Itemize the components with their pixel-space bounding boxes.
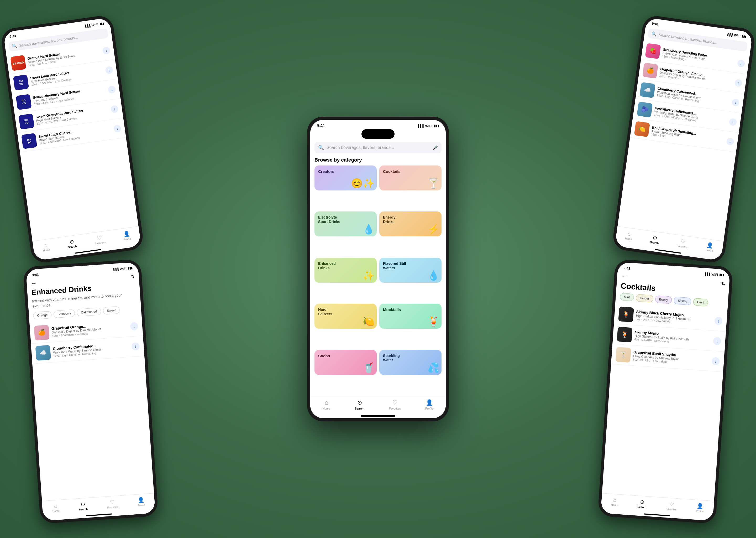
download-btn-rb-3[interactable]: ↓ — [711, 357, 720, 365]
nav-search-lb[interactable]: ⊙ Search — [78, 501, 88, 511]
download-btn-rt-4[interactable]: ↓ — [729, 118, 737, 126]
info-rb-2: Skinny Mojito High Stakes Cocktails by P… — [634, 330, 711, 346]
cat-mocktails-icon: 🍹 — [428, 316, 440, 327]
nav-home-lt[interactable]: ⌂ Home — [42, 242, 50, 252]
nav-profile-icon-c: 👤 — [426, 399, 433, 406]
cat-hard-icon: 🍋 — [363, 316, 375, 327]
cat-electrolyte[interactable]: ElectrolyteSport Drinks 💧 — [314, 211, 377, 237]
chip-skinny[interactable]: Skinny — [674, 296, 691, 305]
phone-center: 9:41 ▐▐▐ WiFi ▮▮▮ 🔍 Search beverages, fl… — [307, 117, 449, 421]
search-area-c: 🔍 Search beverages, flavors, brands... 🎤 — [310, 140, 446, 156]
nav-home-c[interactable]: ⌂ Home — [323, 399, 330, 410]
nav-profile-icon-lt: 👤 — [123, 230, 130, 238]
browse-title-c: Browse by category — [310, 156, 446, 166]
thumb-rt-3: ☁️ — [639, 82, 655, 98]
cat-energy[interactable]: EnergyDrinks ⚡ — [379, 211, 442, 237]
download-btn-lb-2[interactable]: ↓ — [131, 342, 140, 351]
cat-hard[interactable]: HardSeltzers 🍋 — [314, 304, 377, 329]
download-btn-rb-2[interactable]: ↓ — [713, 337, 721, 345]
nav-profile-rt[interactable]: 👤 Profile — [705, 242, 714, 252]
nav-profile-lb[interactable]: 👤 Profile — [137, 497, 145, 507]
back-btn-lb[interactable]: ← — [31, 280, 37, 287]
sort-btn-lb[interactable]: ⇅ — [130, 273, 135, 280]
cat-sodas-icon: 🥤 — [363, 362, 375, 373]
thumb-rb-3: 🍸 — [615, 347, 631, 363]
search-bar-c[interactable]: 🔍 Search beverages, flavors, brands... 🎤 — [314, 142, 442, 153]
nav-profile-label-rb: Profile — [696, 510, 703, 513]
chip-mint[interactable]: Mint — [620, 293, 634, 301]
nav-home-rb[interactable]: ⌂ Home — [611, 497, 618, 507]
nav-search-lt[interactable]: ⊙ Search — [67, 238, 77, 249]
nav-profile-c[interactable]: 👤 Profile — [425, 399, 433, 410]
search-icon-rt: 🔍 — [651, 31, 657, 37]
chip-boozy[interactable]: Boozy — [655, 295, 672, 304]
nav-search-rt[interactable]: ⊙ Search — [650, 234, 660, 244]
nav-fav-rb[interactable]: ♡ Favorites — [666, 501, 677, 511]
download-btn-lt-5[interactable]: ↓ — [113, 125, 121, 133]
sort-btn-rb[interactable]: ⇅ — [721, 281, 725, 287]
time-rb: 9:41 — [624, 266, 631, 271]
nav-fav-rt[interactable]: ♡ Favorites — [677, 238, 689, 249]
cat-mocktails[interactable]: Mocktails 🍹 — [379, 304, 442, 329]
mic-icon-c: 🎤 — [433, 145, 438, 150]
download-btn-rt-2[interactable]: ↓ — [734, 79, 743, 87]
nav-fav-lb[interactable]: ♡ Favorites — [107, 499, 118, 509]
search-placeholder-c: Search beverages, flavors, brands... — [327, 145, 430, 150]
signal-lb: ▐▐▐ — [112, 267, 118, 271]
download-btn-lt-2[interactable]: ↓ — [105, 66, 114, 74]
cat-flavored-icon: 💧 — [428, 270, 440, 281]
cat-cocktails[interactable]: Cocktails 🍸 — [379, 166, 442, 190]
nav-search-rb[interactable]: ⊙ Search — [638, 499, 647, 509]
nav-search-label-c: Search — [354, 407, 364, 410]
nav-search-icon-lt: ⊙ — [69, 238, 74, 245]
nav-profile-rb[interactable]: 👤 Profile — [696, 503, 704, 513]
nav-home-rt[interactable]: ⌂ Home — [625, 230, 633, 241]
download-btn-lt-4[interactable]: ↓ — [111, 105, 119, 114]
chip-caffeinated[interactable]: Caffeinated — [77, 308, 101, 317]
cat-enhanced-icon: ✨ — [363, 270, 375, 281]
battery-rt: ▮▮▮ — [741, 34, 747, 38]
cat-cocktails-label: Cocktails — [383, 169, 438, 174]
chip-sweet[interactable]: Sweet — [103, 306, 120, 315]
download-btn-lt-3[interactable]: ↓ — [108, 85, 116, 94]
nav-home-lb[interactable]: ⌂ Home — [52, 503, 60, 512]
cat-mocktails-label: Mocktails — [383, 307, 438, 312]
cat-energy-label: EnergyDrinks — [383, 215, 438, 224]
cat-flavored[interactable]: Flavored StillWaters 💧 — [379, 258, 442, 283]
nav-profile-lt[interactable]: 👤 Profile — [122, 230, 131, 241]
center-screen: 9:41 ▐▐▐ WiFi ▮▮▮ 🔍 Search beverages, fl… — [310, 120, 446, 418]
product-list-rb: 🍹 Skinny Black Cherry Mojito High Stakes… — [602, 304, 727, 501]
cat-sodas-label: Sodas — [318, 353, 373, 358]
nav-search-c[interactable]: ⊙ Search — [354, 399, 364, 410]
chip-ginger[interactable]: Ginger — [636, 294, 653, 303]
nav-profile-label-rt: Profile — [705, 248, 713, 252]
signal-rt: ▐▐▐ — [726, 32, 733, 36]
cat-sparkling[interactable]: SparklingWater 💦 — [379, 350, 442, 375]
status-icons-c: ▐▐▐ WiFi ▮▮▮ — [417, 124, 440, 128]
download-btn-rb-1[interactable]: ↓ — [714, 317, 723, 325]
download-btn-rt-5[interactable]: ↓ — [726, 137, 734, 146]
cat-hard-label: HardSeltzers — [318, 307, 373, 316]
chip-orange[interactable]: Orange — [33, 311, 52, 320]
nav-fav-c[interactable]: ♡ Favorites — [389, 399, 401, 410]
cat-enhanced[interactable]: EnhancedDrinks ✨ — [314, 258, 377, 283]
nav-fav-icon-rt: ♡ — [680, 238, 685, 245]
info-rb-1: Skinny Black Cherry Mojito High Stakes C… — [636, 310, 712, 326]
rb-screen: 9:41 ▐▐▐ WiFi ▮▮▮ ← ⇅ Cocktails Mint Gin… — [601, 262, 730, 521]
download-btn-rt-1[interactable]: ↓ — [737, 59, 745, 68]
cat-creators-label: Creators — [318, 169, 373, 174]
cat-creators[interactable]: Creators 😊✨ — [314, 166, 377, 190]
nav-fav-lt[interactable]: ♡ Favorites — [94, 234, 106, 245]
battery-c: ▮▮▮ — [434, 124, 440, 128]
download-btn-lb-1[interactable]: ↓ — [130, 322, 138, 331]
chip-blueberry[interactable]: Blueberry — [53, 309, 75, 318]
phones-container: 9:41 ▐▐▐ WiFi ▮▮▮ 🔍 Search beverages, fl… — [0, 0, 756, 538]
cat-sodas[interactable]: Sodas 🥤 — [314, 350, 377, 375]
info-lb-2: Cloudberry Caffeinated... Workshop Water… — [53, 341, 129, 357]
download-btn-rt-3[interactable]: ↓ — [732, 98, 740, 107]
back-btn-rb[interactable]: ← — [621, 273, 627, 280]
chip-basil[interactable]: Basil — [693, 298, 708, 306]
download-btn-lt-1[interactable]: ↓ — [102, 46, 111, 55]
category-grid-c: Creators 😊✨ Cocktails 🍸 ElectrolyteSport… — [310, 166, 446, 393]
thumb-rt-5: 🍋 — [634, 121, 650, 137]
